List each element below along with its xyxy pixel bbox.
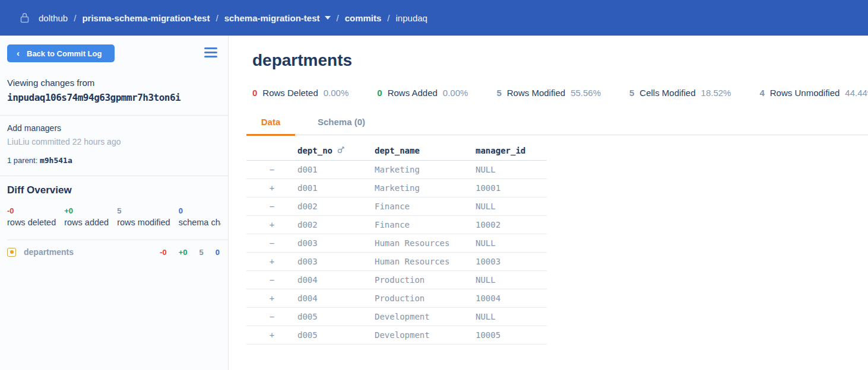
table-cell: 10003 — [476, 252, 547, 270]
table-cell: NULL — [476, 197, 547, 215]
breadcrumb-item-inpudaq[interactable]: inpudaq — [396, 13, 427, 23]
breadcrumb-separator: / — [74, 13, 76, 23]
diff-stat-value: 4 — [759, 88, 764, 98]
diff-stat: 5Cells Modified18.52% — [629, 88, 731, 98]
table-cell: 10001 — [476, 178, 547, 197]
table-cell: Development — [375, 326, 476, 344]
column-name: manager_id — [476, 146, 525, 155]
diff-stat-percent: 0.00% — [324, 88, 349, 98]
table-cell: d003 — [297, 234, 375, 252]
breadcrumb-item-dolthub[interactable]: dolthub — [39, 13, 68, 23]
diff-stat-percent: 44.44% — [845, 88, 868, 98]
row-deleted-sign: − — [246, 234, 297, 252]
changed-tables-list: departments-0+050 — [0, 240, 228, 257]
table-row: −d001MarketingNULL — [246, 160, 547, 178]
hamburger-menu-icon[interactable] — [204, 44, 217, 58]
row-added-sign: + — [246, 252, 297, 270]
overview-stat-label: rows modified — [117, 218, 170, 227]
tab-schema-0[interactable]: Schema (0) — [295, 117, 388, 135]
breadcrumb-item-commits[interactable]: commits — [345, 13, 382, 23]
table-cell: d001 — [297, 178, 375, 197]
table-cell: Human Resources — [375, 234, 476, 252]
parent-hash-link[interactable]: m9h541a — [40, 156, 72, 165]
table-list-item-departments[interactable]: departments-0+050 — [7, 247, 220, 257]
back-to-commit-log-button[interactable]: ‹ Back to Commit Log — [7, 44, 115, 62]
overview-stat: -0rows deleted — [7, 206, 56, 227]
diff-stat-label: Rows Added — [388, 88, 438, 98]
table-cell: Marketing — [375, 160, 476, 178]
table-row: −d005DevelopmentNULL — [246, 307, 547, 326]
diff-data-table: dept_nodept_namemanager_id −d001Marketin… — [246, 142, 547, 345]
table-stat-value: -0 — [160, 248, 167, 257]
table-cell: d005 — [297, 326, 375, 344]
overview-stat-label: rows added — [64, 218, 109, 227]
overview-stat-value: -0 — [7, 206, 56, 215]
caret-down-icon[interactable] — [325, 16, 331, 20]
table-row: −d004ProductionNULL — [246, 270, 547, 289]
diff-overview-stats: -0rows deleted+0rows added5rows modified… — [7, 206, 221, 227]
table-cell: NULL — [476, 307, 547, 326]
diff-stat-value: 5 — [496, 88, 501, 98]
row-added-sign: + — [246, 178, 297, 197]
overview-stat-value: 0 — [179, 206, 221, 215]
diff-stat-label: Rows Modified — [507, 88, 565, 98]
table-row: +d002Finance10002 — [246, 215, 547, 234]
table-row: +d003Human Resources10003 — [246, 252, 547, 270]
table-cell: Finance — [375, 215, 476, 234]
breadcrumb-separator: / — [387, 13, 389, 23]
column-name: dept_no — [297, 146, 332, 155]
diff-overview-title: Diff Overview — [7, 184, 221, 196]
table-stat-value: 5 — [199, 248, 204, 257]
tab-bar: DataSchema (0) — [246, 117, 868, 135]
breadcrumb-separator: / — [216, 13, 218, 23]
diff-stat-percent: 0.00% — [443, 88, 468, 98]
breadcrumb-item-schema-migration-test[interactable]: schema-migration-test — [224, 13, 320, 23]
page-title: departments — [252, 51, 868, 70]
chevron-left-icon: ‹ — [17, 49, 20, 58]
lock-icon — [20, 12, 29, 23]
column-header-manager_id[interactable]: manager_id — [476, 142, 547, 160]
column-header-dept_no[interactable]: dept_no — [297, 142, 375, 160]
row-deleted-sign: − — [246, 197, 297, 215]
table-cell: 10005 — [476, 326, 547, 344]
column-header-wrap: manager_id — [476, 146, 547, 155]
table-cell: Finance — [375, 197, 476, 215]
table-stat-value: 0 — [216, 248, 220, 257]
row-deleted-sign: − — [246, 270, 297, 289]
table-cell: 10004 — [476, 289, 547, 307]
table-cell: d001 — [297, 160, 375, 178]
table-row: −d003Human ResourcesNULL — [246, 234, 547, 252]
overview-stat-value: +0 — [64, 206, 109, 215]
diff-stat-value: 5 — [629, 88, 634, 98]
row-added-sign: + — [246, 215, 297, 234]
overview-stat-label: rows deleted — [7, 218, 56, 227]
table-cell: Marketing — [375, 178, 476, 197]
diff-stat-percent: 55.56% — [571, 88, 601, 98]
table-cell: Human Resources — [375, 252, 476, 270]
table-cell: d003 — [297, 252, 375, 270]
table-cell: d002 — [297, 197, 375, 215]
diff-stat-value: 0 — [377, 88, 382, 98]
app-header: dolthub/prisma-schema-migration-test/sch… — [0, 0, 868, 36]
breadcrumb-item-prisma-schema-migration-test[interactable]: prisma-schema-migration-test — [82, 13, 210, 23]
breadcrumb: dolthub/prisma-schema-migration-test/sch… — [39, 13, 427, 23]
table-cell: NULL — [476, 160, 547, 178]
back-button-label: Back to Commit Log — [27, 49, 102, 58]
tab-data[interactable]: Data — [246, 117, 295, 135]
diff-stats-row: 0Rows Deleted0.00%0Rows Added0.00%5Rows … — [252, 88, 868, 98]
table-cell: d005 — [297, 307, 375, 326]
row-added-sign: + — [246, 326, 297, 344]
table-cell: NULL — [476, 234, 547, 252]
diff-stat-label: Rows Deleted — [262, 88, 318, 98]
overview-stat: 0schema changes — [179, 206, 221, 227]
diff-stat: 0Rows Added0.00% — [377, 88, 468, 98]
table-stat-value: +0 — [179, 248, 188, 257]
diff-stat: 0Rows Deleted0.00% — [252, 88, 349, 98]
commit-message: Add managers — [7, 123, 221, 133]
column-header-dept_name[interactable]: dept_name — [375, 142, 476, 160]
table-cell: d004 — [297, 270, 375, 289]
table-cell: d002 — [297, 215, 375, 234]
table-cell: Development — [375, 307, 476, 326]
column-header-wrap: dept_name — [375, 146, 476, 155]
sidebar: ‹ Back to Commit Log Viewing changes fro… — [0, 36, 229, 370]
